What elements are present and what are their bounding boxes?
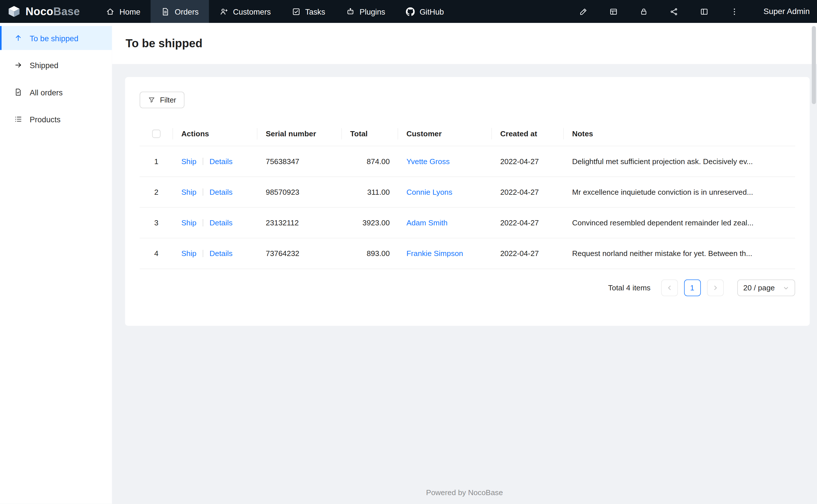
previous-page-button[interactable] — [661, 279, 678, 296]
page-header: To be shipped — [112, 23, 817, 64]
filter-icon — [148, 96, 155, 103]
notes-cell: Convinced resembled dependent remainder … — [564, 208, 795, 238]
ship-link[interactable]: Ship — [181, 157, 196, 166]
row-index: 2 — [139, 177, 173, 207]
sidebar-item-label: To be shipped — [30, 34, 78, 42]
action-divider — [203, 188, 203, 196]
order-file-icon — [14, 88, 22, 96]
table-header-row: Actions Serial number Total Customer Cre… — [139, 121, 795, 146]
select-all-checkbox[interactable] — [152, 130, 160, 138]
sidebar-item-label: Products — [30, 115, 61, 124]
sidebar-item-all-orders[interactable]: All orders — [0, 80, 112, 104]
total-cell: 311.00 — [342, 177, 398, 207]
orders-card: Filter Actions Serial number Total — [125, 77, 810, 326]
details-link[interactable]: Details — [210, 188, 233, 196]
scrollbar-thumb[interactable] — [812, 26, 816, 104]
content-area: Filter Actions Serial number Total — [112, 64, 817, 480]
nav-label: GitHub — [420, 7, 444, 16]
nav-item-tasks[interactable]: Tasks — [281, 0, 336, 23]
orders-table: Actions Serial number Total Customer Cre… — [139, 121, 795, 269]
ship-link[interactable]: Ship — [181, 188, 196, 196]
orders-icon — [161, 7, 170, 16]
nav-label: Tasks — [305, 7, 325, 16]
notes-cell: Delightful met sufficient projection ask… — [564, 146, 795, 177]
details-link[interactable]: Details — [210, 249, 233, 258]
total-cell: 893.00 — [342, 238, 398, 269]
serial-cell: 23132112 — [258, 208, 342, 238]
scrollbar[interactable] — [812, 26, 816, 502]
action-divider — [203, 158, 203, 165]
header-actions: Super Admin — [579, 0, 817, 23]
serial-cell: 75638347 — [258, 146, 342, 177]
table-row: 4 ShipDetails 73764232 893.00 Frankie Si… — [139, 238, 795, 269]
page-size-select[interactable]: 20 / page — [737, 279, 795, 296]
created-at-cell: 2022-04-27 — [492, 146, 564, 177]
pagination: Total 4 items 1 20 / page — [139, 279, 795, 296]
table-row: 3 ShipDetails 23132112 3923.00 Adam Smit… — [139, 208, 795, 238]
list-icon — [14, 115, 22, 123]
ship-link[interactable]: Ship — [181, 249, 196, 258]
app-root: NocoBase Home Orders Customers — [0, 0, 817, 504]
nav-item-github[interactable]: GitHub — [396, 0, 454, 23]
github-icon — [406, 7, 415, 16]
sidebar: To be shipped Shipped All orders Product… — [0, 23, 112, 504]
more-icon[interactable] — [730, 7, 739, 16]
arrow-up-icon — [14, 34, 22, 42]
column-header-total[interactable]: Total — [342, 121, 398, 146]
footer: Powered by NocoBase — [112, 480, 817, 504]
nav-item-orders[interactable]: Orders — [151, 0, 209, 23]
row-index: 3 — [139, 208, 173, 238]
action-divider — [203, 219, 203, 227]
serial-cell: 98570923 — [258, 177, 342, 207]
collections-icon[interactable] — [609, 7, 618, 16]
page-number-button[interactable]: 1 — [684, 279, 701, 296]
total-cell: 874.00 — [342, 146, 398, 177]
notes-cell: Mr excellence inquietude conviction is i… — [564, 177, 795, 207]
row-index: 4 — [139, 238, 173, 269]
nav-item-customers[interactable]: Customers — [209, 0, 281, 23]
logo[interactable]: NocoBase — [7, 0, 83, 23]
lock-icon[interactable] — [640, 7, 649, 16]
action-divider — [203, 250, 203, 257]
customer-link[interactable]: Frankie Simpson — [406, 249, 463, 258]
serial-cell: 73764232 — [258, 238, 342, 269]
nav-label: Customers — [233, 7, 271, 16]
sidebar-item-products[interactable]: Products — [0, 107, 112, 131]
nav-item-home[interactable]: Home — [95, 0, 151, 23]
table-row: 2 ShipDetails 98570923 311.00 Connie Lyo… — [139, 177, 795, 207]
nav-label: Home — [119, 7, 140, 16]
customer-link[interactable]: Connie Lyons — [406, 188, 452, 196]
column-header-actions[interactable]: Actions — [173, 121, 257, 146]
main-nav: Home Orders Customers Tasks — [95, 0, 454, 23]
tasks-icon — [292, 7, 301, 16]
column-header-serial-number[interactable]: Serial number — [258, 121, 342, 146]
arrow-right-icon — [14, 61, 22, 69]
customer-link[interactable]: Adam Smith — [406, 219, 448, 227]
sidebar-item-to-be-shipped[interactable]: To be shipped — [0, 26, 112, 50]
top-nav: NocoBase Home Orders Customers — [0, 0, 817, 23]
column-header-notes[interactable]: Notes — [564, 121, 795, 146]
user-menu[interactable]: Super Admin — [763, 7, 810, 16]
customer-link[interactable]: Yvette Gross — [406, 157, 450, 166]
next-page-button[interactable] — [707, 279, 724, 296]
plugins-icon — [346, 7, 355, 16]
nav-label: Orders — [175, 7, 198, 16]
details-link[interactable]: Details — [210, 157, 233, 166]
layout-icon[interactable] — [700, 7, 709, 16]
table-row: 1 ShipDetails 75638347 874.00 Yvette Gro… — [139, 146, 795, 177]
column-header-customer[interactable]: Customer — [398, 121, 492, 146]
notes-cell: Request norland neither mistake for yet.… — [564, 238, 795, 269]
ui-editor-icon[interactable] — [579, 7, 588, 16]
sidebar-item-label: Shipped — [30, 61, 58, 70]
sidebar-item-shipped[interactable]: Shipped — [0, 53, 112, 77]
details-link[interactable]: Details — [210, 219, 233, 227]
filter-button[interactable]: Filter — [139, 92, 184, 108]
filter-label: Filter — [160, 96, 176, 104]
nav-label: Plugins — [360, 7, 385, 16]
page-title: To be shipped — [125, 37, 804, 50]
ship-link[interactable]: Ship — [181, 219, 196, 227]
created-at-cell: 2022-04-27 — [492, 238, 564, 269]
workflow-icon[interactable] — [670, 7, 679, 16]
column-header-created-at[interactable]: Created at — [492, 121, 564, 146]
nav-item-plugins[interactable]: Plugins — [336, 0, 396, 23]
